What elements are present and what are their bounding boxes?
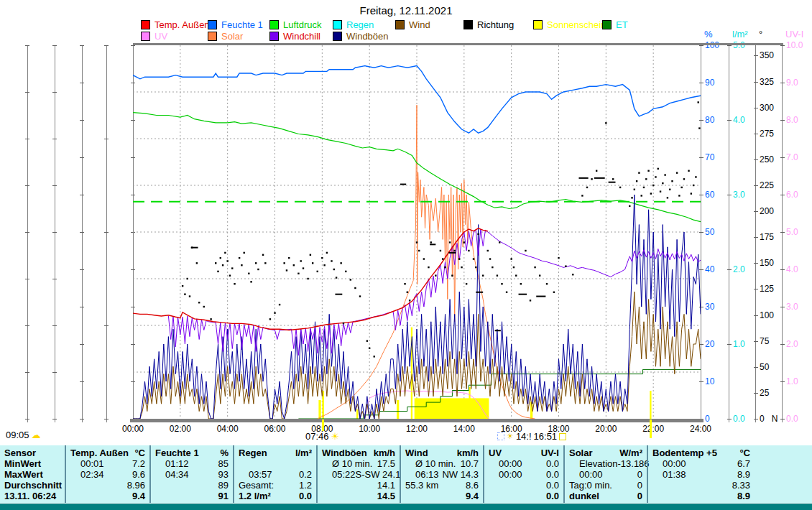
- axis-tickmark: [25, 419, 29, 419]
- direction-dot: [217, 271, 218, 272]
- cell-value: 10.7: [461, 458, 479, 469]
- col-unit: km/h: [374, 448, 395, 458]
- cell-value: 0.2: [299, 469, 312, 480]
- direction-dot: [591, 178, 592, 180]
- legend-label: ET: [616, 19, 628, 30]
- direction-dot: [655, 176, 656, 177]
- axis-tickmark: [52, 45, 57, 46]
- axis-tickmark: [52, 279, 57, 279]
- time-label-0200: 02:00: [159, 424, 202, 434]
- direction-dot: [444, 266, 446, 268]
- axis-spine-l/m²: [729, 45, 729, 422]
- legend-item-sonnenschein: Sonnenschein: [533, 20, 606, 29]
- legend-swatch-icon: [463, 20, 473, 29]
- axis-spine-°C: [27, 45, 28, 422]
- cell-value: 93: [218, 469, 229, 480]
- direction-dot: [631, 197, 632, 198]
- direction-dot: [487, 250, 489, 251]
- axis-tick-label-%: 40: [705, 265, 714, 274]
- sensor-summary-table: SensorMinWertMaxWertDurchschnitt13.11. 0…: [0, 445, 812, 503]
- direction-dot: [652, 185, 654, 186]
- direction-dot: [501, 283, 502, 284]
- col-unit: W/m²: [619, 448, 642, 458]
- col-unit: km/h: [457, 448, 479, 458]
- axis-tick-label-l/m²: 5.0: [733, 41, 745, 50]
- direction-dot: [506, 292, 507, 293]
- table-col-regen: Regenl/m²03:570.2Gesamt:1.21.2 l/m²0.0: [233, 445, 316, 503]
- axis-tickmark: [25, 232, 29, 233]
- direction-dot: [565, 265, 566, 266]
- legend-item-regen: Regen: [333, 20, 374, 29]
- direction-dot: [520, 283, 522, 284]
- axis-tickmark: [80, 232, 84, 233]
- legend-item-feuchte-1: Feuchte 1: [208, 20, 263, 29]
- direction-dot: [477, 233, 479, 235]
- axis-tick-label-%: 100: [705, 41, 719, 50]
- axis-tickmark: [52, 92, 57, 93]
- direction-dot: [369, 348, 370, 349]
- direction-dot: [612, 178, 614, 180]
- cell-value: 9.4: [132, 491, 145, 501]
- axis-tickmark: [780, 232, 785, 233]
- direction-dot: [492, 266, 493, 268]
- bottom-strip: [0, 504, 812, 510]
- direction-dot: [489, 258, 491, 259]
- direction-dot: [525, 250, 526, 251]
- col-name: Bodentemp +5: [652, 448, 717, 458]
- axis-tickmark: [780, 344, 785, 345]
- direction-dot: [333, 269, 335, 270]
- row-label: Durchschnitt: [0, 480, 65, 491]
- cell-value: 0.0: [546, 491, 559, 501]
- direction-dot: [331, 260, 332, 261]
- direction-dot: [683, 178, 685, 180]
- axis-tickmark: [780, 83, 785, 83]
- axis-tick-label-°: 100: [760, 311, 774, 320]
- axis-tick-label-UV-I: 8.0: [786, 116, 798, 124]
- axis-tickmark: [104, 419, 109, 419]
- direction-dot: [515, 274, 517, 276]
- row-label: Sensor: [0, 448, 65, 458]
- axis-tickmark: [52, 325, 57, 326]
- table-col-wind: Windkm/hØ 10 min.10.706:13NW 14.355.3 km…: [400, 445, 483, 503]
- direction-dot: [662, 182, 663, 184]
- axis-tickmark: [754, 159, 758, 160]
- snow-marker-icon: [497, 432, 504, 440]
- direction-dot: [534, 266, 535, 268]
- direction-dot: [189, 295, 190, 297]
- axis-tick-label-°: 125: [760, 284, 774, 293]
- direction-dot: [629, 205, 630, 207]
- cell-value: NW 14.3: [442, 469, 479, 480]
- legend-swatch-icon: [141, 32, 150, 41]
- axis-tickmark: [754, 419, 758, 419]
- axis-tickmark: [104, 232, 109, 233]
- time-label-2200: 22:00: [632, 424, 675, 434]
- marker-mid-text: 14:!: [516, 431, 532, 442]
- direction-dot: [407, 292, 408, 293]
- direction-dot: [404, 283, 405, 284]
- cell-value: 1.2: [299, 480, 312, 491]
- cell-value: 0: [637, 491, 642, 501]
- cell-value: 9.4: [466, 491, 479, 501]
- col-name: Solar: [569, 448, 593, 458]
- legend-label: Solar: [221, 31, 243, 42]
- cell-time: 1.2 l/m²: [239, 491, 271, 501]
- direction-dot: [468, 250, 469, 251]
- sunshine-bar: [415, 398, 489, 419]
- direction-dot: [435, 274, 436, 276]
- legend-label: Sonnenschein: [547, 19, 606, 30]
- axis-tickmark: [80, 381, 84, 382]
- axis-tickmark: [52, 232, 57, 233]
- time-label-0400: 04:00: [206, 424, 249, 434]
- direction-dot: [513, 266, 515, 268]
- direction-dot: [553, 292, 555, 293]
- direction-dot: [336, 277, 337, 278]
- table-col-temp-au-en: Temp. Außen°C00:017.202:349.68.969.4: [65, 445, 149, 503]
- marker-0905: 09:05 ☁: [6, 430, 41, 440]
- axis-tick-label-°: 350: [760, 51, 774, 60]
- cell-value: S-SW 24.1: [356, 469, 401, 480]
- direction-dot: [475, 266, 476, 268]
- axis-tickmark: [52, 419, 57, 419]
- direction-dot: [688, 170, 689, 172]
- cell-value: 8.9: [737, 491, 750, 501]
- direction-dot: [693, 185, 694, 186]
